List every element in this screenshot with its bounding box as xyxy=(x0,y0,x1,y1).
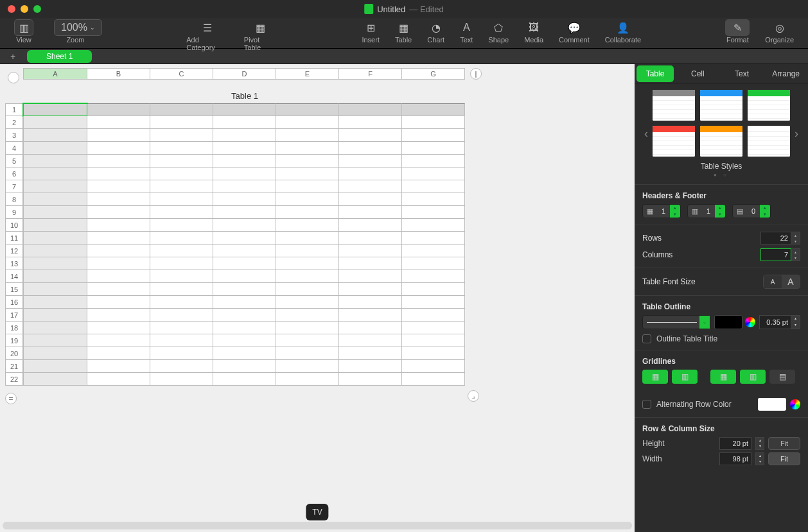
format-button[interactable]: ✎ Format xyxy=(717,21,757,44)
cell-C21[interactable] xyxy=(150,360,213,373)
cell-D4[interactable] xyxy=(213,142,276,155)
row-header-13[interactable]: 13 xyxy=(5,257,23,270)
cell-G18[interactable] xyxy=(402,322,465,334)
row-header-16[interactable]: 16 xyxy=(5,296,23,309)
cell-E18[interactable] xyxy=(276,322,339,334)
cell-B9[interactable] xyxy=(87,206,150,219)
cell-D17[interactable] xyxy=(213,309,276,322)
cell-C17[interactable] xyxy=(150,309,213,322)
cell-C18[interactable] xyxy=(150,322,213,334)
cell-C10[interactable] xyxy=(150,219,213,232)
cell-G6[interactable] xyxy=(402,167,465,180)
cell-G9[interactable] xyxy=(402,206,465,219)
cell-C16[interactable] xyxy=(150,296,213,309)
window-zoom[interactable] xyxy=(33,5,41,13)
cell-B12[interactable] xyxy=(87,245,150,257)
row-header-11[interactable]: 11 xyxy=(5,232,23,245)
row-header-6[interactable]: 6 xyxy=(5,167,23,180)
cell-C20[interactable] xyxy=(150,347,213,360)
cell-B10[interactable] xyxy=(87,219,150,232)
table-button[interactable]: ▦ Table xyxy=(387,21,419,44)
style-green[interactable] xyxy=(748,90,790,121)
cell-F9[interactable] xyxy=(339,206,402,219)
cell-B15[interactable] xyxy=(87,283,150,296)
cell-C13[interactable] xyxy=(150,257,213,270)
cell-C7[interactable] xyxy=(150,180,213,193)
cell-F2[interactable] xyxy=(339,116,402,129)
outline-color[interactable] xyxy=(714,315,742,329)
window-minimize[interactable] xyxy=(21,5,28,13)
cell-F17[interactable] xyxy=(339,309,402,322)
add-sheet-button[interactable]: + xyxy=(6,51,19,62)
cell-C9[interactable] xyxy=(150,206,213,219)
row-header-18[interactable]: 18 xyxy=(5,322,23,334)
cell-G1[interactable] xyxy=(402,103,465,116)
sheet-tab[interactable]: Sheet 1 xyxy=(27,50,92,63)
tab-text[interactable]: Text xyxy=(720,65,764,82)
cell-A9[interactable] xyxy=(23,206,87,219)
styles-prev[interactable]: ‹ xyxy=(641,121,651,147)
pivot-table-button[interactable]: ▦ Pivot Table xyxy=(236,21,285,51)
cell-G5[interactable] xyxy=(402,155,465,167)
cell-G12[interactable] xyxy=(402,245,465,257)
cell-B21[interactable] xyxy=(87,360,150,373)
add-category-button[interactable]: ☰ Add Category xyxy=(179,21,236,51)
cell-F4[interactable] xyxy=(339,142,402,155)
style-plain[interactable] xyxy=(748,126,790,157)
comment-button[interactable]: 💬 Comment xyxy=(551,21,597,44)
cell-D20[interactable] xyxy=(213,347,276,360)
footer-rows-stepper[interactable]: ▤ 0 ▴▾ xyxy=(732,204,771,218)
cell-E4[interactable] xyxy=(276,142,339,155)
cell-F11[interactable] xyxy=(339,232,402,245)
tab-arrange[interactable]: Arrange xyxy=(764,65,808,82)
gridline-body-h[interactable]: ▦ xyxy=(642,370,668,384)
cell-A11[interactable] xyxy=(23,232,87,245)
cell-F14[interactable] xyxy=(339,270,402,283)
cell-C4[interactable] xyxy=(150,142,213,155)
cell-E19[interactable] xyxy=(276,334,339,347)
style-orange[interactable] xyxy=(700,126,742,157)
collaborate-button[interactable]: 👤 Collaborate xyxy=(597,21,649,44)
cell-B13[interactable] xyxy=(87,257,150,270)
width-input[interactable] xyxy=(719,452,751,465)
row-header-3[interactable]: 3 xyxy=(5,129,23,142)
cell-E13[interactable] xyxy=(276,257,339,270)
cell-C6[interactable] xyxy=(150,167,213,180)
cell-E8[interactable] xyxy=(276,193,339,206)
table-title[interactable]: Table 1 xyxy=(23,91,466,101)
cell-F21[interactable] xyxy=(339,360,402,373)
cell-A10[interactable] xyxy=(23,219,87,232)
view-button[interactable]: ▥ View xyxy=(6,21,41,44)
alt-row-checkbox[interactable] xyxy=(642,400,651,409)
header-cols-stepper[interactable]: ▥ 1 ▴▾ xyxy=(687,204,726,218)
cell-B7[interactable] xyxy=(87,180,150,193)
cell-F16[interactable] xyxy=(339,296,402,309)
col-header-b[interactable]: B xyxy=(87,68,150,80)
cell-E21[interactable] xyxy=(276,360,339,373)
cell-G20[interactable] xyxy=(402,347,465,360)
row-header-14[interactable]: 14 xyxy=(5,270,23,283)
text-button[interactable]: A Text xyxy=(452,21,480,44)
cell-E7[interactable] xyxy=(276,180,339,193)
cell-D6[interactable] xyxy=(213,167,276,180)
cell-B2[interactable] xyxy=(87,116,150,129)
row-header-21[interactable]: 21 xyxy=(5,360,23,373)
cell-E20[interactable] xyxy=(276,347,339,360)
cell-B17[interactable] xyxy=(87,309,150,322)
cell-E15[interactable] xyxy=(276,283,339,296)
styles-next[interactable]: › xyxy=(791,121,802,147)
cell-E12[interactable] xyxy=(276,245,339,257)
media-button[interactable]: 🖼 Media xyxy=(516,21,551,44)
cell-C15[interactable] xyxy=(150,283,213,296)
cell-E22[interactable] xyxy=(276,373,339,386)
row-header-10[interactable]: 10 xyxy=(5,219,23,232)
cell-B22[interactable] xyxy=(87,373,150,386)
cell-D2[interactable] xyxy=(213,116,276,129)
outline-width-input[interactable]: ▴▾ xyxy=(759,315,800,329)
cell-D15[interactable] xyxy=(213,283,276,296)
cell-E1[interactable] xyxy=(276,103,339,116)
add-column-handle[interactable]: ‖ xyxy=(470,68,482,80)
col-header-g[interactable]: G xyxy=(402,68,465,80)
cell-A3[interactable] xyxy=(23,129,87,142)
style-blue[interactable] xyxy=(700,90,742,121)
